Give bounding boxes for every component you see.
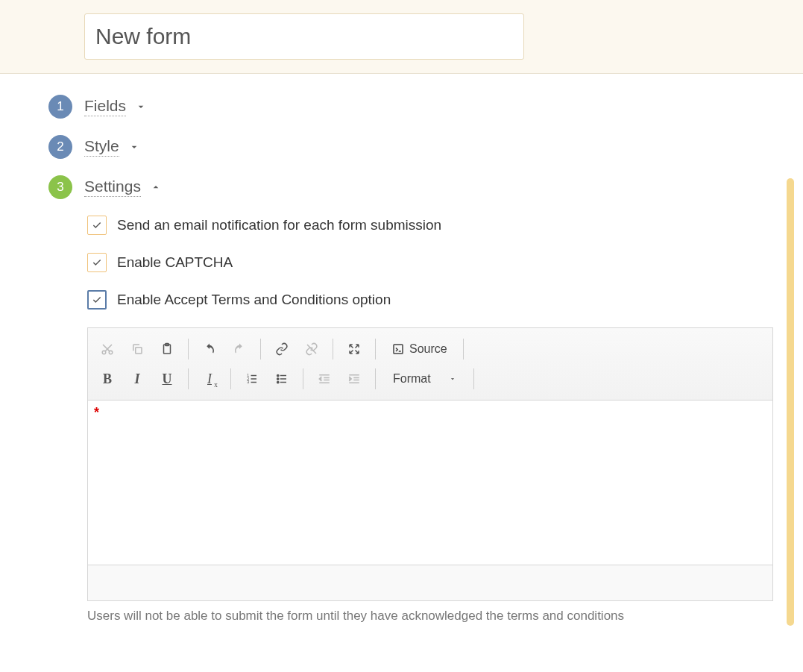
section-fields[interactable]: 1 Fields: [48, 95, 803, 119]
svg-rect-6: [394, 345, 403, 354]
enable-captcha-checkbox[interactable]: [87, 253, 107, 272]
source-button[interactable]: Source: [383, 336, 456, 362]
toolbar-separator: [473, 368, 474, 389]
toolbar-separator: [303, 368, 303, 389]
redo-button[interactable]: [226, 336, 253, 362]
toolbar-separator: [375, 339, 376, 359]
enable-captcha-label: Enable CAPTCHA: [117, 254, 233, 271]
enable-tc-label: Enable Accept Terms and Conditions optio…: [117, 292, 391, 308]
toolbar-row-1: Source: [94, 336, 766, 362]
underline-button[interactable]: U: [154, 365, 180, 392]
toolbar-separator: [333, 339, 333, 359]
step-badge-3: 3: [48, 175, 72, 199]
unlink-button[interactable]: [298, 336, 325, 362]
email-notification-label: Send an email notification for each form…: [117, 217, 441, 233]
header-bar: [0, 0, 803, 74]
section-style[interactable]: 2 Style: [48, 135, 803, 159]
svg-rect-2: [136, 348, 142, 354]
svg-point-1: [109, 351, 113, 354]
email-notification-row: Send an email notification for each form…: [87, 216, 773, 235]
tc-help-text: Users will not be able to submit the for…: [87, 609, 773, 624]
editor-footer: [88, 565, 772, 600]
main-panel: 1 Fields 2 Style 3 Settings Send an emai…: [0, 74, 803, 624]
toolbar-separator: [463, 339, 464, 359]
section-settings-label: Settings: [84, 178, 141, 197]
copy-button[interactable]: [124, 336, 151, 362]
link-button[interactable]: [268, 336, 295, 362]
enable-captcha-row: Enable CAPTCHA: [87, 253, 773, 272]
form-title-input[interactable]: [84, 13, 524, 60]
svg-point-18: [277, 378, 279, 380]
paste-button[interactable]: [154, 336, 180, 362]
chevron-down-icon: [128, 141, 140, 153]
vertical-scrollbar[interactable]: [787, 178, 794, 626]
unordered-list-button[interactable]: [268, 365, 295, 392]
toolbar-separator: [188, 339, 189, 359]
rich-text-editor: Source B I U Ix 123: [87, 327, 773, 601]
editor-content[interactable]: *: [88, 401, 772, 565]
enable-tc-row: Enable Accept Terms and Conditions optio…: [87, 290, 773, 310]
chevron-down-icon: [135, 101, 147, 113]
toolbar-separator: [230, 368, 231, 389]
section-fields-label: Fields: [84, 97, 126, 116]
toolbar-separator: [375, 368, 376, 389]
section-style-label: Style: [84, 137, 119, 157]
chevron-up-icon: [150, 181, 162, 193]
source-button-label: Source: [409, 342, 447, 356]
italic-button[interactable]: I: [124, 365, 151, 392]
settings-body: Send an email notification for each form…: [87, 216, 773, 624]
outdent-button[interactable]: [311, 365, 338, 392]
svg-point-17: [277, 374, 279, 376]
format-dropdown-label: Format: [393, 372, 431, 386]
bold-button[interactable]: B: [94, 365, 121, 392]
toolbar-separator: [188, 368, 189, 389]
step-badge-1: 1: [48, 95, 72, 119]
remove-format-button[interactable]: Ix: [196, 365, 223, 392]
svg-text:3: 3: [247, 380, 249, 384]
toolbar-row-2: B I U Ix 123: [94, 365, 766, 392]
svg-point-19: [277, 381, 279, 383]
ordered-list-button[interactable]: 123: [239, 365, 265, 392]
svg-point-0: [102, 351, 106, 354]
step-badge-2: 2: [48, 135, 72, 159]
toolbar-separator: [260, 339, 261, 359]
section-settings[interactable]: 3 Settings: [48, 175, 803, 199]
undo-button[interactable]: [196, 336, 223, 362]
enable-tc-checkbox[interactable]: [87, 290, 107, 310]
format-dropdown[interactable]: Format: [383, 365, 466, 392]
cut-button[interactable]: [94, 336, 121, 362]
email-notification-checkbox[interactable]: [87, 216, 107, 235]
editor-toolbar: Source B I U Ix 123: [88, 328, 772, 401]
maximize-button[interactable]: [341, 336, 368, 362]
indent-button[interactable]: [341, 365, 368, 392]
